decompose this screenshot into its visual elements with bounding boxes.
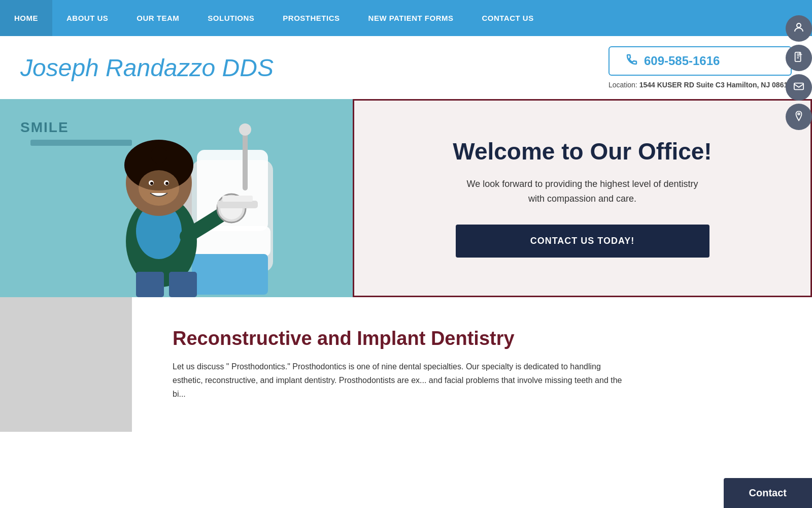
contact-us-today-button[interactable]: CONTACT US TODAY! xyxy=(456,225,709,258)
document-icon-button[interactable] xyxy=(786,45,812,71)
patient-illustration xyxy=(50,99,303,297)
welcome-description: We look forward to providing the highest… xyxy=(461,177,704,206)
hero-image: SMILE xyxy=(0,99,353,297)
svg-point-3 xyxy=(798,113,800,115)
svg-rect-27 xyxy=(243,130,248,190)
location-icon xyxy=(793,110,804,124)
nav-item-contact[interactable]: CONTACT US xyxy=(467,0,548,36)
lower-content: Reconstructive and Implant Dentistry Let… xyxy=(132,297,812,432)
nav-item-solutions[interactable]: SOLUTIONS xyxy=(193,0,268,36)
nav-item-prosthetics[interactable]: PROSTHETICS xyxy=(268,0,354,36)
lower-section: Reconstructive and Implant Dentistry Let… xyxy=(0,297,812,432)
user-icon xyxy=(793,21,805,36)
page-header: Joseph Randazzo DDS 609-585-1616 Locatio… xyxy=(0,36,812,99)
hero-content-panel: Welcome to Our Office! We look forward t… xyxy=(353,99,812,297)
phone-icon xyxy=(626,53,638,69)
nav-item-about[interactable]: ABOUT US xyxy=(52,0,122,36)
document-icon xyxy=(793,51,804,65)
phone-number: 609-585-1616 xyxy=(644,54,720,68)
main-nav: HOME ABOUT US OUR TEAM SOLUTIONS PROSTHE… xyxy=(0,0,812,36)
svg-point-17 xyxy=(151,147,167,163)
phone-box[interactable]: 609-585-1616 xyxy=(608,46,792,76)
section-title: Reconstructive and Implant Dentistry xyxy=(173,328,771,350)
svg-rect-26 xyxy=(169,272,197,297)
location-prefix: Location: xyxy=(608,81,637,89)
svg-rect-29 xyxy=(217,201,258,208)
svg-point-22 xyxy=(165,182,168,185)
floating-sidebar xyxy=(786,15,812,130)
location-address: 1544 KUSER RD Suite C3 Hamilton, NJ 0861… xyxy=(639,81,792,89)
mail-icon-button[interactable] xyxy=(786,74,812,101)
svg-rect-25 xyxy=(136,272,164,297)
site-title: Joseph Randazzo DDS xyxy=(20,54,274,82)
svg-point-21 xyxy=(150,182,153,185)
user-icon-button[interactable] xyxy=(786,15,812,42)
lower-gray-panel xyxy=(0,297,132,432)
svg-point-18 xyxy=(139,170,179,206)
mail-icon xyxy=(793,81,804,94)
svg-rect-8 xyxy=(192,254,268,295)
nav-item-new-patient[interactable]: NEW PATIENT FORMS xyxy=(354,0,468,36)
location-text: Location: 1544 KUSER RD Suite C3 Hamilto… xyxy=(608,81,792,89)
header-contact-info: 609-585-1616 Location: 1544 KUSER RD Sui… xyxy=(608,46,792,89)
svg-rect-2 xyxy=(794,83,803,89)
nav-item-home[interactable]: HOME xyxy=(0,0,52,36)
nav-item-team[interactable]: OUR TEAM xyxy=(122,0,193,36)
svg-point-28 xyxy=(239,123,251,136)
welcome-title: Welcome to Our Office! xyxy=(453,139,712,165)
svg-point-0 xyxy=(797,23,801,27)
hero-section: SMILE xyxy=(0,99,812,297)
location-icon-button[interactable] xyxy=(786,104,812,130)
section-description: Let us discuss " Prosthodontics." Prosth… xyxy=(173,360,629,401)
svg-rect-30 xyxy=(222,196,253,202)
